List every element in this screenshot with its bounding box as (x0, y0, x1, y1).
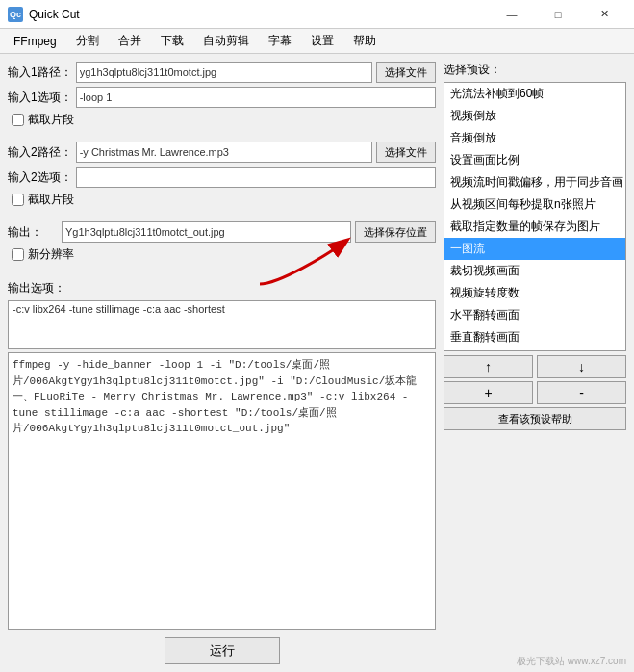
preset-item[interactable]: 视频倒放 (444, 105, 625, 127)
input1-path-row: 输入1路径： 选择文件 (8, 62, 436, 83)
output-path-field[interactable] (62, 221, 351, 243)
watermark: 极光下载站 www.xz7.com (517, 655, 626, 668)
preset-item[interactable]: 视频流时间戳偏移，用于同步音画 (444, 171, 625, 194)
preset-up-button[interactable]: ↑ (444, 355, 533, 378)
input2-clip-checkbox[interactable] (12, 194, 24, 206)
input1-options-row: 输入1选项： (8, 87, 436, 108)
menu-split[interactable]: 分割 (66, 29, 109, 53)
new-resolution-row: 新分辨率 (8, 246, 436, 263)
input2-path-field[interactable] (76, 142, 372, 163)
input2-path-row: 输入2路径： 选择文件 (8, 142, 436, 163)
menu-merge[interactable]: 合并 (109, 29, 151, 53)
output-path-row: 输出： 选择保存位置 (8, 221, 436, 243)
preset-item[interactable]: 裁切视频画面 (444, 260, 625, 282)
preset-item[interactable]: 光流法补帧到60帧 (444, 83, 625, 105)
maximize-button[interactable]: □ (536, 0, 580, 29)
run-section: 运行 (8, 637, 436, 664)
menu-subtitle[interactable]: 字幕 (259, 29, 301, 53)
input2-choose-button[interactable]: 选择文件 (376, 142, 436, 163)
menu-help[interactable]: 帮助 (343, 29, 386, 53)
input1-choose-button[interactable]: 选择文件 (376, 62, 436, 83)
preset-add-remove-row: + - (444, 381, 626, 404)
preset-controls: ↑ ↓ + - 查看该预设帮助 (444, 355, 626, 430)
run-button[interactable]: 运行 (165, 637, 280, 664)
preset-item[interactable]: 视频旋转度数 (444, 282, 625, 304)
output-label: 输出： (8, 224, 58, 241)
input1-clip-label: 截取片段 (28, 112, 74, 128)
close-button[interactable]: ✕ (582, 0, 626, 29)
preset-remove-button[interactable]: - (537, 381, 626, 404)
input1-path-label: 输入1路径： (8, 65, 72, 81)
output-options-label: 输出选项： (8, 280, 436, 297)
menu-bar: FFmpeg 分割 合并 下载 自动剪辑 字幕 设置 帮助 (0, 29, 634, 54)
left-panel: 输入1路径： 选择文件 输入1选项： 截取片段 输入2路径： 选择文件 输入2选… (8, 62, 436, 664)
preset-label: 选择预设： (444, 62, 626, 78)
preset-list: 光流法补帧到60帧视频倒放音频倒放设置画面比例视频流时间戳偏移，用于同步音画从视… (444, 82, 626, 351)
preset-help-button[interactable]: 查看该预设帮助 (444, 407, 626, 430)
input2-clip-label: 截取片段 (28, 192, 74, 208)
window-controls: — □ ✕ (490, 0, 626, 29)
menu-settings[interactable]: 设置 (301, 29, 343, 53)
preset-item[interactable]: 从视频区间每秒提取n张照片 (444, 194, 625, 216)
menu-auto-edit[interactable]: 自动剪辑 (193, 29, 259, 53)
right-panel: 选择预设： 光流法补帧到60帧视频倒放音频倒放设置画面比例视频流时间戳偏移，用于… (444, 62, 626, 664)
input2-path-label: 输入2路径： (8, 144, 72, 161)
output-options-textarea[interactable] (8, 300, 436, 349)
input2-options-field[interactable] (76, 167, 436, 188)
preset-item[interactable]: 设置画面比例 (444, 149, 625, 171)
menu-ffmpeg[interactable]: FFmpeg (4, 29, 66, 53)
preset-item[interactable]: 设定至指定分辨率，并且自动填充黑边 (444, 349, 625, 351)
input1-options-field[interactable] (76, 87, 436, 108)
title-bar: Qc Quick Cut — □ ✕ (0, 0, 634, 29)
preset-move-row: ↑ ↓ (444, 355, 626, 378)
preset-down-button[interactable]: ↓ (537, 355, 626, 378)
input1-options-label: 输入1选项： (8, 90, 72, 106)
input1-path-field[interactable] (76, 62, 372, 83)
preset-item[interactable]: 垂直翻转画面 (444, 326, 625, 349)
app-title: Quick Cut (29, 8, 490, 21)
minimize-button[interactable]: — (490, 0, 534, 29)
menu-download[interactable]: 下载 (151, 29, 193, 53)
preset-item[interactable]: 音频倒放 (444, 127, 625, 149)
input1-clip-checkbox[interactable] (12, 114, 24, 126)
preset-item[interactable]: 水平翻转画面 (444, 304, 625, 326)
input1-clip-row: 截取片段 (8, 112, 436, 128)
input2-clip-row: 截取片段 (8, 192, 436, 208)
app-icon: Qc (8, 7, 23, 22)
output-choose-button[interactable]: 选择保存位置 (355, 221, 436, 243)
input2-options-row: 输入2选项： (8, 167, 436, 188)
new-resolution-checkbox[interactable] (12, 248, 24, 261)
preset-item[interactable]: 一图流 (444, 238, 625, 260)
preset-add-button[interactable]: + (444, 381, 533, 404)
command-output-box: ffmpeg -y -hide_banner -loop 1 -i "D:/to… (8, 352, 436, 630)
preset-item[interactable]: 截取指定数量的帧保存为图片 (444, 216, 625, 238)
new-resolution-label: 新分辨率 (28, 246, 74, 263)
input2-options-label: 输入2选项： (8, 169, 72, 186)
